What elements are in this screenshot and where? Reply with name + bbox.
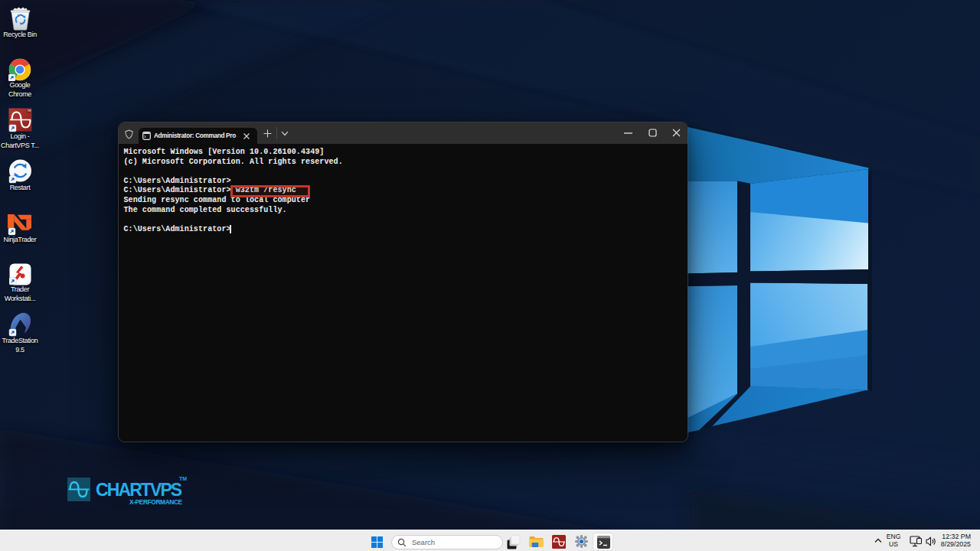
svg-text:TM: TM bbox=[27, 109, 31, 112]
